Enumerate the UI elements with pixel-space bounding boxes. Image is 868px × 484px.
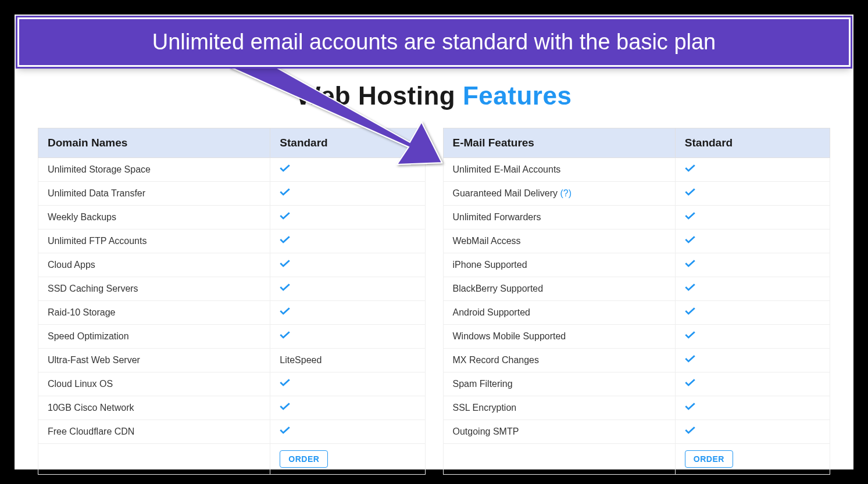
table-row: Cloud Linux OS	[38, 372, 426, 396]
feature-label: Unlimited E-Mail Accounts	[443, 158, 675, 182]
help-link[interactable]: (?)	[560, 188, 571, 198]
check-icon	[685, 164, 695, 173]
title-accent: Features	[463, 81, 571, 110]
table-footer-row: ORDER	[443, 444, 830, 475]
feature-value	[270, 253, 425, 277]
check-icon	[280, 212, 290, 220]
feature-label: Android Supported	[443, 301, 675, 325]
feature-value	[270, 301, 425, 325]
feature-label: Unlimited FTP Accounts	[38, 230, 270, 253]
feature-value	[675, 253, 830, 277]
feature-value	[675, 158, 830, 182]
check-icon	[280, 284, 290, 292]
feature-value	[270, 277, 425, 301]
table-row: iPhone Supported	[443, 253, 830, 277]
check-icon	[280, 307, 290, 316]
check-icon	[685, 236, 695, 244]
order-button[interactable]: ORDER	[280, 450, 328, 468]
feature-label: Speed Optimization	[38, 325, 270, 349]
check-icon	[280, 426, 290, 435]
tables-wrap: Domain Names Standard Unlimited Storage …	[32, 128, 836, 475]
feature-label: Unlimited Storage Space	[38, 158, 270, 182]
check-icon	[685, 212, 695, 220]
page-title: Web Hosting Features	[32, 81, 836, 110]
feature-label: Windows Mobile Supported	[443, 325, 675, 349]
feature-value	[270, 420, 425, 444]
footer-empty	[38, 444, 270, 475]
feature-label: Raid-10 Storage	[38, 301, 270, 325]
feature-label: 10GB Cisco Network	[38, 396, 270, 420]
table-row: Unlimited E-Mail Accounts	[443, 158, 830, 182]
feature-value	[675, 206, 830, 230]
feature-label: Free Cloudflare CDN	[38, 420, 270, 444]
check-icon	[685, 188, 695, 196]
feature-label: SSD Caching Servers	[38, 277, 270, 301]
email-features-table: E-Mail Features Standard Unlimited E-Mai…	[443, 128, 831, 475]
feature-label: Guaranteed Mail Delivery (?)	[443, 182, 675, 206]
feature-value: LiteSpeed	[270, 349, 425, 372]
table-row: SSD Caching Servers	[38, 277, 426, 301]
check-icon	[685, 355, 695, 363]
check-icon	[280, 403, 290, 411]
page-container: Web Hosting Features Domain Names Standa…	[15, 15, 853, 469]
table-row: Unlimited Data Transfer	[38, 182, 426, 206]
table-row: Spam Filtering	[443, 372, 830, 396]
title-part1: Web Hosting	[297, 81, 463, 110]
feature-value	[675, 230, 830, 253]
footer-order-cell: ORDER	[270, 444, 425, 475]
callout-banner: Unlimited email accounts are standard wi…	[17, 17, 851, 67]
feature-value	[675, 182, 830, 206]
feature-label: WebMail Access	[443, 230, 675, 253]
table-row: Outgoing SMTP	[443, 420, 830, 444]
feature-label: SSL Encryption	[443, 396, 675, 420]
feature-label: iPhone Supported	[443, 253, 675, 277]
feature-label: Cloud Linux OS	[38, 372, 270, 396]
check-icon	[280, 164, 290, 173]
footer-empty	[443, 444, 675, 475]
header-feature-left: Domain Names	[38, 128, 270, 158]
feature-value	[270, 182, 425, 206]
table-row: Unlimited Storage Space	[38, 158, 426, 182]
feature-value	[675, 301, 830, 325]
feature-value	[675, 349, 830, 372]
footer-order-cell: ORDER	[675, 444, 830, 475]
check-icon	[685, 331, 695, 339]
feature-value	[270, 230, 425, 253]
domain-names-table: Domain Names Standard Unlimited Storage …	[38, 128, 426, 475]
table-row: SSL Encryption	[443, 396, 830, 420]
table-row: BlackBerry Supported	[443, 277, 830, 301]
feature-value	[270, 325, 425, 349]
header-feature-right: E-Mail Features	[443, 128, 675, 158]
feature-label: Ultra-Fast Web Server	[38, 349, 270, 372]
check-icon	[685, 403, 695, 411]
feature-value	[675, 325, 830, 349]
check-icon	[685, 284, 695, 292]
feature-label: Unlimited Data Transfer	[38, 182, 270, 206]
check-icon	[280, 236, 290, 244]
table-row: WebMail Access	[443, 230, 830, 253]
table-row: Guaranteed Mail Delivery (?)	[443, 182, 830, 206]
feature-label: BlackBerry Supported	[443, 277, 675, 301]
feature-label: MX Record Changes	[443, 349, 675, 372]
feature-label: Weekly Backups	[38, 206, 270, 230]
feature-value	[270, 396, 425, 420]
feature-value	[270, 206, 425, 230]
table-row: Windows Mobile Supported	[443, 325, 830, 349]
table-row: Speed Optimization	[38, 325, 426, 349]
feature-label: Cloud Apps	[38, 253, 270, 277]
table-row: Weekly Backups	[38, 206, 426, 230]
feature-label: Unlimited Forwarders	[443, 206, 675, 230]
table-row: Ultra-Fast Web ServerLiteSpeed	[38, 349, 426, 372]
callout-text: Unlimited email accounts are standard wi…	[152, 30, 716, 54]
order-button[interactable]: ORDER	[685, 450, 733, 468]
check-icon	[685, 260, 695, 268]
check-icon	[685, 379, 695, 387]
table-row: Unlimited FTP Accounts	[38, 230, 426, 253]
table-row: Android Supported	[443, 301, 830, 325]
check-icon	[280, 331, 290, 339]
table-row: Free Cloudflare CDN	[38, 420, 426, 444]
feature-value	[675, 277, 830, 301]
header-plan-right: Standard	[675, 128, 830, 158]
check-icon	[685, 307, 695, 316]
check-icon	[280, 260, 290, 268]
